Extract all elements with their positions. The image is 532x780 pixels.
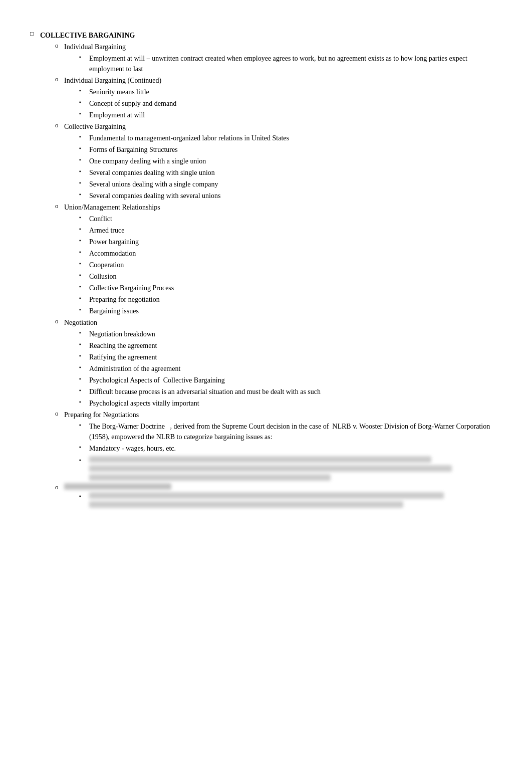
list-item: Forms of Bargaining Structures (79, 144, 492, 155)
list-item: The Borg-Warner Doctrine , derived from … (79, 421, 492, 442)
list-item: Psychological Aspects of Collective Barg… (79, 375, 492, 385)
list-item: Bargaining issues (79, 306, 492, 316)
individual-bargaining-continued-label: Individual Bargaining (Continued) (64, 77, 161, 84)
individual-bargaining-label: Individual Bargaining (64, 43, 126, 51)
section-negotiation: Negotiation Negotiation breakdown Reachi… (55, 317, 492, 409)
document-container: COLLECTIVE BARGAINING Individual Bargain… (30, 30, 492, 508)
item-text: Employment at will – unwritten contract … (89, 55, 467, 73)
list-item: Armed truce (79, 225, 492, 236)
list-item: Concept of supply and demand (79, 98, 492, 109)
list-item: Several companies dealing with several u… (79, 190, 492, 201)
list-item: Reaching the agreement (79, 340, 492, 351)
collective-bargaining-label: Collective Bargaining (64, 123, 126, 130)
list-item: Employment at will (79, 110, 492, 120)
union-management-label: Union/Management Relationships (64, 204, 160, 211)
section-individual-bargaining-continued: Individual Bargaining (Continued) Senior… (55, 75, 492, 120)
section-union-management: Union/Management Relationships Conflict … (55, 202, 492, 316)
list-item: Ratifying the agreement (79, 352, 492, 362)
list-item: Negotiation breakdown (79, 329, 492, 339)
list-item: Conflict (79, 214, 492, 224)
top-level-item: COLLECTIVE BARGAINING Individual Bargain… (30, 30, 492, 508)
list-item: Power bargaining (79, 237, 492, 247)
section-blurred (55, 483, 492, 508)
list-item: One company dealing with a single union (79, 156, 492, 166)
preparing-negotiations-label: Preparing for Negotiations (64, 411, 139, 419)
list-item: Difficult because process is an adversar… (79, 386, 492, 397)
list-item: Psychological aspects vitally important (79, 398, 492, 409)
section-individual-bargaining: Individual Bargaining Employment at will… (55, 42, 492, 74)
list-item: Collusion (79, 271, 492, 282)
list-item: Several companies dealing with single un… (79, 167, 492, 178)
list-item: Employment at will – unwritten contract … (79, 53, 492, 74)
list-item: Collective Bargaining Process (79, 283, 492, 293)
list-item-blurred-2 (79, 492, 492, 508)
list-item: Fundamental to management-organized labo… (79, 133, 492, 143)
list-item: Cooperation (79, 260, 492, 270)
list-item: Seniority means little (79, 87, 492, 97)
list-item: Mandatory - wages, hours, etc. (79, 443, 492, 454)
negotiation-label: Negotiation (64, 319, 97, 326)
list-item: Preparing for negotiation (79, 294, 492, 305)
list-item: Several unions dealing with a single com… (79, 179, 492, 189)
list-item: Accommodation (79, 248, 492, 259)
section-collective-bargaining: Collective Bargaining Fundamental to man… (55, 121, 492, 201)
list-item-blurred (79, 456, 492, 481)
list-item: Administration of the agreement (79, 363, 492, 374)
collective-bargaining-heading: COLLECTIVE BARGAINING (40, 32, 135, 39)
section-preparing-for-negotiations: Preparing for Negotiations The Borg-Warn… (55, 410, 492, 481)
